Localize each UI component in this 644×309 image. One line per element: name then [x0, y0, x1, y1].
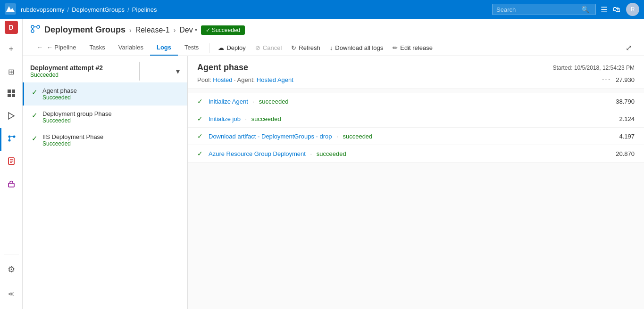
task-status-0: succeeded — [259, 98, 289, 105]
topbar: rubdevopsonmy / DeploymentGroups / Pipel… — [0, 0, 644, 19]
task-duration-3: 20.870 — [611, 150, 635, 157]
sidebar-item-boards[interactable] — [0, 83, 23, 106]
tab-tasks[interactable]: Tasks — [83, 40, 112, 56]
table-row[interactable]: ✓ Azure Resource Group Deployment · succ… — [188, 145, 644, 163]
svg-point-15 — [31, 25, 34, 28]
sidebar-user-icon[interactable]: D — [5, 21, 18, 34]
agent-label: Agent: — [237, 76, 255, 83]
agent-phase-meta: Pool: Hosted · Agent: Hosted Agent ··· 2… — [197, 75, 635, 84]
org-link[interactable]: rubdevopsonmy — [21, 6, 65, 13]
sidebar-item-artifacts[interactable] — [0, 173, 23, 196]
agent-link[interactable]: Hosted Agent — [257, 76, 293, 83]
search-input[interactable] — [496, 6, 581, 13]
phase-info-agent: Agent phase Succeeded — [42, 87, 180, 101]
deployment-attempt: Deployment attempt #2 Succeeded ▾ — [23, 56, 187, 82]
phase-item-deployment-group[interactable]: ✓ Deployment group Phase Succeeded — [23, 106, 187, 129]
task-link-3[interactable]: Azure Resource Group Deployment — [209, 150, 306, 157]
pipeline-link[interactable]: Pipelines — [132, 6, 157, 13]
svg-point-17 — [31, 30, 34, 33]
download-icon: ↓ — [330, 44, 333, 51]
phase-name-iis: IIS Deployment Phase — [42, 133, 180, 140]
task-duration-0: 38.790 — [611, 98, 635, 105]
expand-button[interactable]: ⤢ — [621, 41, 636, 55]
pool-label: Pool: — [197, 76, 211, 83]
sidebar-item-overview[interactable]: ⊞ — [0, 60, 23, 83]
test-icon — [7, 157, 16, 168]
task-name-0: Initialize Agent · succeeded — [209, 98, 611, 105]
breadcrumb-arrow-1: › — [129, 26, 132, 34]
sidebar-item-expand[interactable]: ≪ — [0, 283, 23, 305]
sidebar-item-test[interactable] — [0, 151, 23, 173]
edit-release-action[interactable]: ✏ Edit release — [388, 41, 437, 54]
task-name-1: Initialize job · succeeded — [209, 115, 611, 122]
table-row[interactable]: ✓ Initialize Agent · succeeded 38.790 — [188, 93, 644, 110]
sidebar-item-repos[interactable] — [0, 106, 23, 128]
task-check-1: ✓ — [197, 115, 203, 122]
sidebar-item-add[interactable]: + — [0, 38, 23, 60]
phase-check-deployment-group: ✓ — [32, 111, 38, 120]
chevron-down-icon[interactable]: ▾ — [176, 67, 180, 76]
ellipsis-icon[interactable]: ··· — [602, 75, 611, 84]
task-link-1[interactable]: Initialize job — [209, 115, 241, 122]
agent-phase-title: Agent phase — [197, 63, 248, 73]
agent-phase-header: Agent phase Started: 10/5/2018, 12:54:23… — [188, 56, 644, 89]
phase-item-iis[interactable]: ✓ IIS Deployment Phase Succeeded — [23, 129, 187, 152]
refresh-action[interactable]: ↻ Refresh — [286, 41, 325, 54]
env-caret-icon: ▾ — [195, 27, 197, 33]
table-row[interactable]: ✓ Initialize job · succeeded 2.124 — [188, 110, 644, 128]
phase-duration: 27.930 — [616, 76, 635, 83]
phase-name-agent: Agent phase — [42, 87, 180, 94]
refresh-icon: ↻ — [291, 44, 296, 51]
agent-pool-info: Pool: Hosted · Agent: Hosted Agent — [197, 76, 293, 83]
topbar-logo — [5, 3, 16, 16]
expand-arrows-icon: ⤢ — [626, 44, 632, 52]
release-name[interactable]: Release-1 — [135, 26, 170, 34]
tab-pipeline[interactable]: ← ← Pipeline — [30, 40, 83, 56]
page-header: Deployment Groups › Release-1 › Dev ▾ ✓ … — [23, 19, 644, 56]
phase-info-deployment-group: Deployment group Phase Succeeded — [42, 110, 180, 124]
task-check-3: ✓ — [197, 150, 203, 157]
task-name-3: Azure Resource Group Deployment · succee… — [209, 150, 611, 157]
agent-phase-actions: ··· 27.930 — [602, 75, 635, 84]
right-panel: Agent phase Started: 10/5/2018, 12:54:23… — [188, 56, 644, 309]
task-name-2: Download artifact - DeploymentGroups - d… — [209, 133, 611, 140]
sidebar: D + ⊞ — [0, 19, 23, 309]
task-link-0[interactable]: Initialize Agent — [209, 98, 248, 105]
task-check-2: ✓ — [197, 132, 203, 140]
attempt-divider — [139, 62, 140, 81]
svg-rect-1 — [8, 89, 11, 93]
task-status-1: succeeded — [251, 115, 281, 122]
avatar[interactable]: R — [626, 3, 639, 16]
sep1: / — [67, 6, 69, 13]
task-duration-2: 4.197 — [611, 133, 635, 140]
svg-rect-4 — [12, 94, 15, 97]
download-logs-action[interactable]: ↓ Download all logs — [325, 41, 388, 54]
env-selector[interactable]: Dev ▾ — [179, 26, 197, 34]
artifacts-icon — [7, 179, 16, 190]
sidebar-item-pipelines[interactable] — [0, 128, 23, 151]
overview-icon: ⊞ — [8, 67, 14, 76]
bag-icon[interactable]: 🛍 — [613, 5, 620, 14]
page-title: Deployment Groups — [44, 25, 125, 35]
settings-icon: ⚙ — [8, 264, 15, 275]
phase-check-agent: ✓ — [32, 88, 38, 97]
deploy-action[interactable]: ☁ Deploy — [213, 41, 250, 54]
cancel-action[interactable]: ⊘ Cancel — [251, 41, 286, 54]
deploy-icon: ☁ — [218, 44, 224, 51]
table-row[interactable]: ✓ Download artifact - DeploymentGroups -… — [188, 128, 644, 145]
tab-tests[interactable]: Tests — [178, 40, 205, 56]
task-link-2[interactable]: Download artifact - DeploymentGroups - d… — [209, 133, 332, 140]
group-link[interactable]: DeploymentGroups — [72, 6, 125, 13]
boards-icon — [7, 89, 16, 100]
sidebar-item-settings[interactable]: ⚙ — [0, 258, 23, 281]
sidebar-divider — [4, 254, 19, 254]
left-panel: Deployment attempt #2 Succeeded ▾ ✓ Agen… — [23, 56, 188, 309]
search-icon: 🔍 — [581, 6, 589, 13]
phase-item-agent[interactable]: ✓ Agent phase Succeeded — [23, 82, 187, 106]
list-icon[interactable]: ☰ — [601, 5, 607, 14]
tab-variables[interactable]: Variables — [112, 40, 150, 56]
pool-link[interactable]: Hosted — [213, 76, 232, 83]
svg-point-7 — [8, 139, 11, 141]
repos-icon — [7, 112, 16, 122]
tab-logs[interactable]: Logs — [150, 40, 178, 56]
